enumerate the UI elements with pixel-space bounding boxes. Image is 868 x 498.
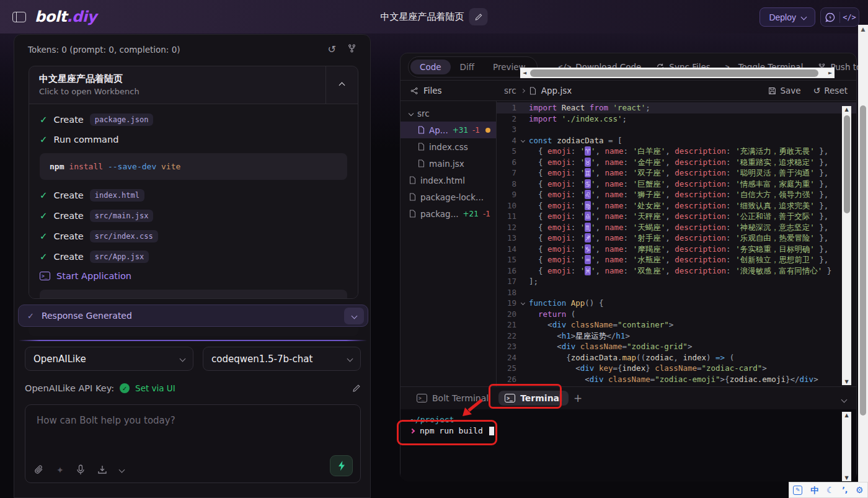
workbench-message-card: 中文星座产品着陆页 Click to open Workbench ✓Creat… <box>29 66 358 299</box>
breadcrumb[interactable]: src App.jsx <box>497 86 572 96</box>
scrollbar-thumb[interactable] <box>844 115 850 213</box>
undo-icon[interactable]: ↺ <box>328 43 336 55</box>
file-tree-item[interactable]: package-lock... <box>401 189 496 205</box>
code-line[interactable]: 12 { emoji: '♏', name: '天蝎座', descriptio… <box>497 222 856 233</box>
model-select[interactable]: codeqwen1.5-7b-chat <box>203 347 361 371</box>
ime-handwriting-icon[interactable]: ✎ <box>793 486 802 495</box>
code-line[interactable]: 5 { emoji: '♈', name: '白羊座', description… <box>497 146 856 157</box>
fold-gutter <box>516 200 529 211</box>
code-line[interactable]: 2import './index.css'; <box>497 113 856 125</box>
scrollbar-thumb[interactable] <box>860 105 866 416</box>
deploy-button[interactable]: Deploy <box>760 7 815 27</box>
code-line[interactable]: 26 <div className="zodiac-emoji">{zodiac… <box>497 374 856 385</box>
code-line[interactable]: 15 { emoji: '♒', name: '水瓶座', descriptio… <box>497 254 856 265</box>
action-item[interactable]: ✓Createsrc/index.css <box>40 230 347 242</box>
microphone-icon[interactable] <box>76 465 85 475</box>
chat-toggle-icon[interactable] <box>821 12 839 22</box>
code-line[interactable]: 6 { emoji: '♉', name: '金牛座', description… <box>497 157 856 168</box>
sidebar-toggle-icon[interactable] <box>12 12 26 22</box>
scroll-up-arrow[interactable]: ▲ <box>842 107 851 112</box>
code-line[interactable]: 8 { emoji: '♋', name: '巨蟹座', description… <box>497 179 856 190</box>
terminal-scrollbar[interactable]: ▲ ▼ <box>842 412 851 481</box>
scroll-down-arrow[interactable]: ▼ <box>842 475 851 481</box>
code-line[interactable]: 22 <h1>星座运势</h1> <box>497 331 856 342</box>
provider-select[interactable]: OpenAILike <box>25 347 193 371</box>
scroll-right-arrow[interactable]: ► <box>826 70 835 76</box>
horizontal-scrollbar[interactable]: ◄ ► <box>520 68 835 78</box>
terminal-tab-terminal[interactable]: >_Terminal <box>498 391 569 406</box>
file-tree-item[interactable]: index.html <box>401 172 496 189</box>
scroll-up-arrow[interactable]: ▲ <box>858 26 868 32</box>
import-chat-icon[interactable] <box>97 465 107 475</box>
fold-gutter[interactable] <box>516 135 529 146</box>
tab-code[interactable]: Code <box>410 60 451 74</box>
code-line[interactable]: 11 { emoji: '♎', name: '天秤座', descriptio… <box>497 211 856 222</box>
file-tree-item[interactable]: index.css <box>401 138 496 155</box>
scroll-up-arrow[interactable]: ▲ <box>842 412 851 418</box>
code-line[interactable]: 1import React from 'react'; <box>497 102 856 113</box>
collapse-terminal-button[interactable] <box>842 393 846 404</box>
action-item[interactable]: ✓Createsrc/main.jsx <box>40 210 347 222</box>
editor-scrollbar[interactable]: ▲ ▼ <box>842 106 851 385</box>
code-line[interactable]: 17]; <box>497 276 856 287</box>
file-tree-item[interactable]: packag...+21-1 <box>401 205 496 222</box>
line-number: 9 <box>497 189 516 200</box>
new-terminal-button[interactable]: + <box>574 392 582 404</box>
fork-chat-icon[interactable] <box>347 43 356 55</box>
fold-gutter <box>516 179 529 190</box>
terminal-output[interactable]: ~/project npm run build <box>401 409 856 481</box>
code-line[interactable]: 10 { emoji: '♍', name: '处女座', descriptio… <box>497 200 856 211</box>
response-generated-bar[interactable]: ✓ Response Generated <box>18 305 368 327</box>
code-line[interactable]: 25 <div key={index} className="zodiac-ca… <box>497 363 856 374</box>
file-tree-item[interactable]: Ap...+31-1 <box>401 122 496 138</box>
action-item[interactable]: >_Start Application <box>40 271 347 281</box>
save-button[interactable]: Save <box>768 86 800 96</box>
code-line[interactable]: 21 <div className="container"> <box>497 319 856 331</box>
ime-language-icon[interactable]: 中 <box>810 486 818 494</box>
edit-title-button[interactable] <box>469 8 488 25</box>
attach-file-icon[interactable] <box>34 465 44 475</box>
enhance-prompt-icon[interactable]: ✦ <box>56 465 64 475</box>
page-scrollbar[interactable]: ▲ <box>858 25 868 498</box>
prompt-input[interactable]: How can Bolt help you today? ✦ <box>25 404 361 483</box>
code-line[interactable]: 14 { emoji: '♑', name: '摩羯座', descriptio… <box>497 244 856 255</box>
code-editor[interactable]: 1import React from 'react';2import './in… <box>497 101 856 386</box>
code-line[interactable]: 3 <box>497 124 856 135</box>
edit-api-key-button[interactable] <box>352 384 361 393</box>
file-icon <box>418 159 425 167</box>
code-line[interactable]: 18 <box>497 287 856 298</box>
code-line[interactable]: 19function App() { <box>497 298 856 309</box>
code-line[interactable]: 20 return ( <box>497 309 856 320</box>
open-workbench-button[interactable]: 中文星座产品着陆页 Click to open Workbench <box>29 66 326 104</box>
code-line[interactable]: 9 { emoji: '♌', name: '狮子座', description… <box>497 189 856 200</box>
code-line[interactable]: 7 { emoji: '♊', name: '双子座', description… <box>497 167 856 179</box>
code-line[interactable]: 4const zodiacData = [ <box>497 135 856 146</box>
bolt-diy-logo[interactable]: bolt.diy <box>35 8 97 25</box>
expand-response-button[interactable] <box>344 308 364 324</box>
action-item[interactable]: ✓Createsrc/App.jsx <box>40 251 347 263</box>
fold-gutter[interactable] <box>516 298 529 309</box>
scroll-left-arrow[interactable]: ◄ <box>520 70 529 76</box>
terminal-tab-bolt-terminal[interactable]: >_Bolt Terminal <box>410 391 495 406</box>
collapse-card-button[interactable] <box>326 66 358 104</box>
code-line[interactable]: 16 { emoji: '♓', name: '双鱼座', descriptio… <box>497 265 856 277</box>
chevron-down-icon[interactable] <box>120 468 124 472</box>
action-item[interactable]: ✓Run command <box>40 134 347 145</box>
code-view-icon[interactable]: </> <box>840 13 859 22</box>
code-line[interactable]: 23 <div className="zodiac-grid"> <box>497 341 856 352</box>
folder-tree-item[interactable]: src <box>401 105 496 122</box>
scroll-down-arrow[interactable]: ▼ <box>842 379 851 385</box>
tab-diff[interactable]: Diff <box>451 60 484 74</box>
ime-settings-icon[interactable]: ⚙ <box>856 486 864 494</box>
code-line[interactable]: 13 { emoji: '♐', name: '射手座', descriptio… <box>497 233 856 244</box>
send-button[interactable] <box>330 455 353 476</box>
file-tree-item[interactable]: main.jsx <box>401 155 496 172</box>
action-item[interactable]: ✓Createindex.html <box>40 189 347 202</box>
action-item[interactable]: ✓Createpackage.json <box>40 113 347 126</box>
ime-punctuation-icon[interactable]: ’, <box>842 486 848 494</box>
code-line[interactable]: 24 {zodiacData.map((zodiac, index) => ( <box>497 352 856 363</box>
reset-button[interactable]: ↺ Reset <box>813 86 848 96</box>
scrollbar-thumb[interactable] <box>530 69 818 77</box>
line-number: 2 <box>497 113 516 125</box>
ime-moon-icon[interactable]: ☾ <box>826 486 835 494</box>
